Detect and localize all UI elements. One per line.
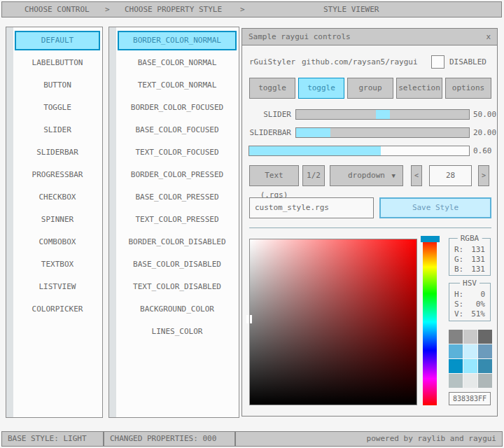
list-item-listview[interactable]: LISTVIEW [15, 277, 100, 297]
rgba-r-value: 131 [471, 245, 485, 255]
scrollbar[interactable] [109, 27, 116, 417]
toggle-button-4[interactable]: options [445, 78, 491, 99]
breadcrumb-step-style-viewer: STYLE VIEWER [323, 2, 379, 17]
hsv-h-value: 0 [480, 290, 485, 300]
slider-label: SLIDER [263, 109, 291, 120]
hsv-s-label: S: [454, 300, 463, 309]
list-item-default[interactable]: DEFAULT [15, 31, 100, 50]
breadcrumb: CHOOSE CONTROL > CHOOSE PROPERTY STYLE >… [1, 1, 502, 18]
hsv-v-label: V: [454, 309, 463, 319]
style-viewer-window: Sample raygui controls x rGuiStyler gith… [241, 28, 498, 416]
list-item-slider[interactable]: SLIDER [15, 120, 100, 140]
dropdown-label: dropdown [348, 171, 385, 180]
palette-swatch [478, 344, 492, 358]
sliderbar[interactable] [295, 127, 470, 138]
half-button[interactable]: 1/2 [302, 165, 325, 186]
list-item-text-color-normal[interactable]: TEXT_COLOR_NORMAL [118, 76, 237, 95]
spinner-value-box[interactable]: 28 [429, 165, 472, 186]
list-item-base-color-focused[interactable]: BASE_COLOR_FOCUSED [118, 120, 237, 140]
statusbar-powered-by: powered by raylib and raygui [235, 431, 503, 447]
list-item-sliderbar[interactable]: SLIDERBAR [15, 143, 100, 162]
list-item-text-color-pressed[interactable]: TEXT_COLOR_PRESSED [118, 210, 237, 230]
list-item-text-color-disabled[interactable]: TEXT_COLOR_DISABLED [118, 277, 237, 297]
list-item-base-color-normal[interactable]: BASE_COLOR_NORMAL [118, 53, 237, 73]
progress-bar [248, 146, 470, 156]
palette-swatch [449, 374, 463, 388]
sliderbar-value: 20.00 [473, 127, 496, 138]
palette-swatch [449, 344, 463, 358]
hsv-group-title: HSV [460, 279, 479, 288]
toggle-button-0[interactable]: toggle [249, 78, 295, 99]
color-picker[interactable] [249, 239, 417, 405]
palette-swatch [449, 359, 463, 373]
list-item-border-color-focused[interactable]: BORDER_COLOR_FOCUSED [118, 98, 237, 118]
style-palette-grid [449, 330, 492, 388]
palette-swatch [478, 359, 492, 373]
scrollbar[interactable] [6, 27, 13, 417]
chevron-down-icon: ▼ [392, 166, 396, 186]
hue-bar[interactable] [423, 239, 437, 405]
breadcrumb-step-choose-property-style: CHOOSE PROPERTY STYLE [125, 2, 222, 17]
statusbar-changed-properties: CHANGED PROPERTIES: 000 [104, 431, 235, 447]
list-item-text-color-focused[interactable]: TEXT_COLOR_FOCUSED [118, 143, 237, 162]
sliderbar-fill [296, 128, 330, 137]
slider-value: 50.00 [473, 109, 496, 120]
spinner-prev-button[interactable]: < [411, 165, 422, 186]
hue-cursor[interactable] [421, 236, 440, 242]
slider-knob[interactable] [376, 110, 390, 119]
list-item-labelbutton[interactable]: LABELBUTTON [15, 53, 100, 73]
list-item-background-color[interactable]: BACKGROUND_COLOR [118, 300, 237, 319]
window-title: Sample raygui controls [242, 32, 351, 41]
spinner-next-button[interactable]: > [478, 165, 489, 186]
list-item-toggle[interactable]: TOGGLE [15, 98, 100, 118]
rgba-r-label: R: [454, 245, 463, 255]
close-icon[interactable]: x [486, 29, 491, 45]
disabled-checkbox-label: DISABLED [449, 57, 486, 68]
sliderbar-label: SLIDERBAR [249, 127, 291, 138]
filename-input[interactable]: custom_style.rgs [249, 197, 374, 218]
chevron-right-icon: > [240, 2, 245, 17]
window-titlebar[interactable]: Sample raygui controls x [242, 29, 497, 46]
list-item-spinner[interactable]: SPINNER [15, 210, 100, 230]
toggle-button-1[interactable]: toggle [298, 78, 344, 99]
rgba-b-label: B: [454, 265, 463, 274]
rgba-g-label: G: [454, 255, 463, 265]
list-item-textbox[interactable]: TEXTBOX [15, 255, 100, 274]
rgba-g-value: 131 [471, 255, 485, 265]
dropdown[interactable]: dropdown ▼ [330, 165, 403, 186]
hsv-s-value: 0% [476, 300, 485, 309]
palette-swatch [463, 359, 477, 373]
hex-color-input[interactable]: 838383FF [449, 392, 491, 405]
property-list: BORDER_COLOR_NORMAL BASE_COLOR_NORMAL TE… [108, 27, 239, 418]
list-item-border-color-pressed[interactable]: BORDER_COLOR_PRESSED [118, 165, 237, 185]
list-item-base-color-pressed[interactable]: BASE_COLOR_PRESSED [118, 188, 237, 207]
list-item-lines-color[interactable]: LINES_COLOR [118, 322, 237, 342]
rgba-group: RGBA R:131 G:131 B:131 [449, 238, 491, 276]
hsv-v-value: 51% [471, 309, 485, 319]
list-item-combobox[interactable]: COMBOBOX [15, 232, 100, 252]
disabled-checkbox[interactable] [431, 55, 444, 69]
breadcrumb-step-choose-control: CHOOSE CONTROL [24, 2, 90, 17]
list-item-border-color-normal[interactable]: BORDER_COLOR_NORMAL [118, 31, 237, 50]
palette-swatch [463, 344, 477, 358]
list-item-checkbox[interactable]: CHECKBOX [15, 188, 100, 207]
repo-label: github.com/raysan5/raygui [302, 57, 418, 68]
statusbar-base-style: BASE STYLE: LIGHT [1, 431, 104, 447]
toggle-button-2[interactable]: group [347, 78, 393, 99]
progress-value: 0.60 [473, 146, 492, 156]
palette-swatch [478, 330, 492, 344]
list-item-colorpicker[interactable]: COLORPICKER [15, 300, 100, 319]
slider[interactable] [295, 109, 470, 120]
text-rgs-button[interactable]: Text (.rgs) [249, 165, 299, 186]
save-style-button[interactable]: Save Style [379, 197, 491, 218]
list-item-base-color-disabled[interactable]: BASE_COLOR_DISABLED [118, 255, 237, 274]
palette-swatch [463, 330, 477, 344]
progress-fill [249, 146, 381, 155]
color-picker-cursor[interactable] [246, 315, 254, 323]
app-name-label: rGuiStyler [249, 57, 295, 68]
toggle-button-3[interactable]: selection [396, 78, 442, 99]
list-item-button[interactable]: BUTTON [15, 76, 100, 95]
list-item-border-color-disabled[interactable]: BORDER_COLOR_DISABLED [118, 232, 237, 252]
palette-swatch [449, 330, 463, 344]
list-item-progressbar[interactable]: PROGRESSBAR [15, 165, 100, 185]
